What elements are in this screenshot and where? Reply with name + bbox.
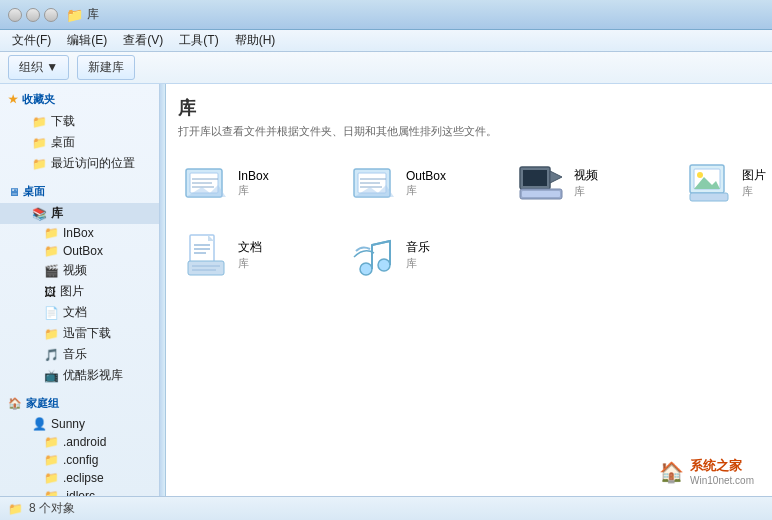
library-item-document[interactable]: 文档 库 (178, 227, 338, 283)
content-title: 库 (178, 96, 760, 120)
inbox-lib-icon (182, 159, 230, 207)
music-label-group: 音乐 库 (406, 239, 430, 271)
music-icon: 🎵 (44, 348, 59, 362)
inbox-name: InBox (238, 169, 269, 183)
outbox-sublabel: 库 (406, 183, 446, 198)
folder-icon: 📁 (32, 136, 47, 150)
svg-point-19 (697, 172, 703, 178)
sidebar-item-download[interactable]: 📁 下载 (0, 111, 159, 132)
sidebar-item-inbox[interactable]: 📁 InBox (0, 224, 159, 242)
sidebar-item-music[interactable]: 🎵 音乐 (0, 344, 159, 365)
sidebar-item-library[interactable]: 📚 库 (0, 203, 159, 224)
document-icon: 📄 (44, 306, 59, 320)
android-label: .android (63, 435, 106, 449)
library-label: 库 (51, 205, 63, 222)
sidebar-favorites-header[interactable]: ★ 收藏夹 (0, 88, 159, 111)
folder-icon: 📁 (32, 115, 47, 129)
video-label-group: 视频 库 (574, 167, 598, 199)
library-item-video[interactable]: 视频 库 (514, 155, 674, 211)
svg-rect-13 (523, 170, 547, 186)
organize-button[interactable]: 组织 ▼ (8, 55, 69, 80)
menu-bar: 文件(F) 编辑(E) 查看(V) 工具(T) 帮助(H) (0, 30, 772, 52)
music-label: 音乐 (63, 346, 87, 363)
sidebar-item-thunder[interactable]: 📁 迅雷下载 (0, 323, 159, 344)
sidebar-item-idlerc[interactable]: 📁 .idlerc (0, 487, 159, 496)
outbox-label: OutBox (63, 244, 103, 258)
library-grid: InBox 库 OutBox (178, 155, 760, 283)
maximize-button[interactable] (44, 8, 58, 22)
sidebar-desktop-header[interactable]: 🖥 桌面 (0, 180, 159, 203)
content-area: 库 打开库以查看文件并根据文件夹、日期和其他属性排列这些文件。 InBox (166, 84, 772, 496)
folder-icon: 📁 (66, 7, 83, 23)
window-controls[interactable] (8, 8, 58, 22)
idlerc-folder-icon: 📁 (44, 489, 59, 496)
favorites-label: 收藏夹 (22, 92, 55, 107)
lib-folder-icon: 📚 (32, 207, 47, 221)
toolbar: 组织 ▼ 新建库 (0, 52, 772, 84)
svg-marker-14 (550, 171, 562, 183)
watermark-brand: 系统之家 (690, 457, 754, 475)
library-item-picture[interactable]: 图片 库 (682, 155, 772, 211)
library-item-inbox[interactable]: InBox 库 (178, 155, 338, 211)
sidebar-item-sunny[interactable]: 👤 Sunny (0, 415, 159, 433)
sidebar-item-video[interactable]: 🎬 视频 (0, 260, 159, 281)
inbox-label: InBox (63, 226, 94, 240)
eclipse-folder-icon: 📁 (44, 471, 59, 485)
desktop-fav-label: 桌面 (51, 134, 75, 151)
menu-file[interactable]: 文件(F) (4, 30, 59, 51)
svg-point-31 (378, 259, 390, 271)
status-text: 8 个对象 (29, 500, 75, 517)
video-sublabel: 库 (574, 184, 598, 199)
outbox-label-group: OutBox 库 (406, 169, 446, 198)
outbox-lib-icon (350, 159, 398, 207)
folder-icon: 📁 (32, 157, 47, 171)
title-text: 📁 库 (66, 6, 99, 23)
star-icon: ★ (8, 93, 18, 106)
picture-sublabel: 库 (742, 184, 766, 199)
video-icon: 🎬 (44, 264, 59, 278)
video-icon-wrapper (518, 159, 566, 207)
outbox-icon-wrapper (350, 159, 398, 207)
sidebar-item-outbox[interactable]: 📁 OutBox (0, 242, 159, 260)
minimize-button[interactable] (26, 8, 40, 22)
menu-view[interactable]: 查看(V) (115, 30, 171, 51)
window-title: 库 (87, 6, 99, 23)
sidebar-item-android[interactable]: 📁 .android (0, 433, 159, 451)
homegroup-icon: 🏠 (8, 397, 22, 410)
new-library-button[interactable]: 新建库 (77, 55, 135, 80)
video-lib-icon (518, 159, 566, 207)
monitor-icon: 🖥 (8, 186, 19, 198)
user-icon: 👤 (32, 417, 47, 431)
library-item-outbox[interactable]: OutBox 库 (346, 155, 506, 211)
picture-name: 图片 (742, 167, 766, 184)
idlerc-label: .idlerc (63, 489, 95, 496)
menu-tools[interactable]: 工具(T) (171, 30, 226, 51)
sidebar-homegroup-header[interactable]: 🏠 家庭组 (0, 392, 159, 415)
status-folder-icon: 📁 (8, 502, 23, 516)
sidebar-item-desktop-fav[interactable]: 📁 桌面 (0, 132, 159, 153)
watermark-url: Win10net.com (690, 475, 754, 486)
music-sublabel: 库 (406, 256, 430, 271)
eclipse-label: .eclipse (63, 471, 104, 485)
video-label: 视频 (63, 262, 87, 279)
outbox-name: OutBox (406, 169, 446, 183)
svg-rect-27 (188, 261, 224, 275)
config-label: .config (63, 453, 98, 467)
picture-icon: 🖼 (44, 285, 56, 299)
picture-label-group: 图片 库 (742, 167, 766, 199)
sidebar-item-eclipse[interactable]: 📁 .eclipse (0, 469, 159, 487)
close-button[interactable] (8, 8, 22, 22)
sidebar-item-recent[interactable]: 📁 最近访问的位置 (0, 153, 159, 174)
inbox-folder-icon: 📁 (44, 226, 59, 240)
menu-edit[interactable]: 编辑(E) (59, 30, 115, 51)
thunder-label: 迅雷下载 (63, 325, 111, 342)
menu-help[interactable]: 帮助(H) (227, 30, 284, 51)
youku-label: 优酷影视库 (63, 367, 123, 384)
sidebar-item-config[interactable]: 📁 .config (0, 451, 159, 469)
recent-label: 最近访问的位置 (51, 155, 135, 172)
sidebar-item-document[interactable]: 📄 文档 (0, 302, 159, 323)
sidebar-item-picture[interactable]: 🖼 图片 (0, 281, 159, 302)
library-item-music[interactable]: 音乐 库 (346, 227, 506, 283)
music-icon-wrapper (350, 231, 398, 279)
sidebar-item-youku[interactable]: 📺 优酷影视库 (0, 365, 159, 386)
